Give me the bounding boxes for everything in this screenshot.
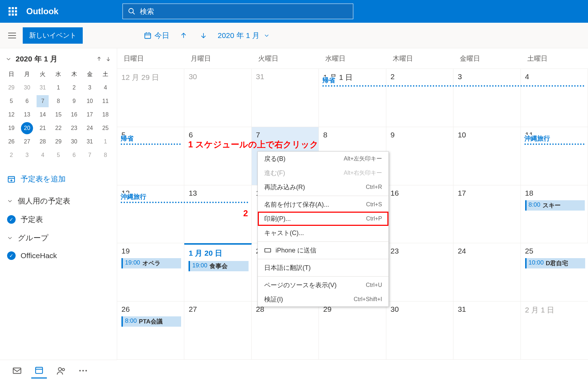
multiday-event[interactable]: 沖縄旅行	[121, 202, 248, 203]
day-cell[interactable]: 13	[184, 185, 251, 243]
mini-day-cell[interactable]: 31	[35, 81, 50, 94]
event-chip[interactable]: 19:00食事会	[189, 261, 248, 271]
mini-day-cell[interactable]: 3	[19, 148, 35, 162]
ctx-translate[interactable]: 日本語に翻訳(T)	[258, 261, 388, 275]
ctx-inspect[interactable]: 検証(I)Ctrl+Shift+I	[258, 292, 388, 306]
mail-button[interactable]	[9, 363, 25, 379]
day-cell[interactable]: 24	[453, 243, 521, 301]
mini-cal-prev-button[interactable]	[96, 56, 102, 62]
mini-day-cell[interactable]: 8	[50, 94, 66, 108]
day-cell[interactable]: 1 月 20 日19:00食事会	[184, 243, 251, 301]
more-button[interactable]	[75, 363, 91, 379]
day-cell[interactable]: 17	[453, 185, 521, 243]
multiday-event[interactable]: 沖縄旅行	[524, 143, 584, 145]
ctx-save-as[interactable]: 名前を付けて保存(A)...Ctrl+S	[258, 197, 388, 212]
next-period-button[interactable]	[194, 30, 213, 41]
mini-day-cell[interactable]: 4	[98, 81, 113, 94]
mini-day-cell[interactable]: 8	[98, 148, 113, 162]
mini-day-cell[interactable]: 19	[4, 121, 19, 135]
mini-day-cell[interactable]: 17	[82, 108, 98, 121]
day-cell[interactable]: 30	[386, 301, 453, 359]
mini-day-cell[interactable]: 1	[50, 81, 66, 94]
day-cell[interactable]: 2 月 1 日	[521, 301, 588, 359]
day-cell[interactable]: 2	[386, 69, 453, 127]
section-personal[interactable]: 個人用の予定表	[0, 191, 117, 211]
mini-day-cell[interactable]: 3	[82, 81, 98, 94]
day-cell[interactable]: 23	[386, 243, 453, 301]
mini-day-cell[interactable]: 31	[82, 135, 98, 148]
search-input[interactable]	[140, 7, 348, 16]
ctx-reload[interactable]: 再読み込み(R)Ctrl+R	[258, 180, 388, 194]
add-calendar-button[interactable]: 予定表を追加	[0, 164, 117, 191]
mini-day-cell[interactable]: 16	[66, 108, 82, 121]
mini-day-cell[interactable]: 22	[50, 121, 66, 135]
day-cell[interactable]: 6	[184, 127, 251, 185]
mini-day-cell[interactable]: 12	[4, 108, 19, 121]
mini-day-cell[interactable]: 25	[98, 121, 113, 135]
mini-day-cell[interactable]: 7	[82, 148, 98, 162]
mini-day-cell[interactable]: 18	[98, 108, 113, 121]
prev-period-button[interactable]	[174, 30, 194, 41]
multiday-event[interactable]: 帰省	[121, 143, 181, 145]
mini-day-cell[interactable]: 9	[66, 94, 82, 108]
month-picker[interactable]: 2020 年 1 月	[213, 28, 274, 43]
mini-day-cell[interactable]: 30	[19, 81, 35, 94]
new-event-button[interactable]: 新しいイベント	[23, 27, 83, 44]
mini-day-cell[interactable]: 2	[4, 148, 19, 162]
ctx-send-iphone[interactable]: iPhone に送信	[258, 243, 388, 257]
mini-day-cell[interactable]: 20	[19, 121, 35, 135]
mini-day-cell[interactable]: 24	[82, 121, 98, 135]
mini-day-cell[interactable]: 11	[98, 94, 113, 108]
event-chip[interactable]: 8:00PTA会議	[121, 316, 181, 327]
day-cell[interactable]: 28	[252, 301, 319, 359]
day-cell[interactable]: 3	[453, 69, 521, 127]
calendar-item-group[interactable]: ✓ OfficeHack	[0, 248, 117, 263]
mini-day-cell[interactable]: 30	[66, 135, 82, 148]
multiday-event[interactable]: 帰省	[322, 85, 584, 87]
mini-day-cell[interactable]: 27	[19, 135, 35, 148]
ctx-view-source[interactable]: ページのソースを表示(V)Ctrl+U	[258, 278, 388, 292]
mini-day-cell[interactable]: 29	[4, 81, 19, 94]
ctx-back[interactable]: 戻る(B)Alt+左矢印キー	[258, 152, 388, 166]
mini-day-cell[interactable]: 2	[66, 81, 82, 94]
nav-toggle-button[interactable]	[4, 28, 20, 43]
event-chip[interactable]: 8:00スキー	[525, 200, 585, 211]
mini-day-cell[interactable]: 21	[35, 121, 50, 135]
day-cell[interactable]: 27	[184, 301, 251, 359]
mini-day-cell[interactable]: 13	[19, 108, 35, 121]
mini-day-cell[interactable]: 28	[35, 135, 50, 148]
day-cell[interactable]: 10	[453, 127, 521, 185]
mini-day-cell[interactable]: 26	[4, 135, 19, 148]
ctx-cast[interactable]: キャスト(C)...	[258, 226, 388, 240]
people-button[interactable]	[53, 363, 69, 379]
calendar-button[interactable]	[31, 363, 47, 379]
mini-day-cell[interactable]: 5	[4, 94, 19, 108]
app-launcher-button[interactable]	[6, 4, 20, 18]
day-cell[interactable]: 29	[319, 301, 386, 359]
calendar-item-default[interactable]: ✓ 予定表	[0, 211, 117, 228]
day-cell[interactable]: 188:00スキー	[521, 185, 588, 243]
day-cell[interactable]: 31	[453, 301, 521, 359]
event-chip[interactable]: 19:00オペラ	[121, 258, 181, 268]
mini-day-cell[interactable]: 15	[50, 108, 66, 121]
mini-cal-collapse-button[interactable]	[6, 56, 16, 62]
day-cell[interactable]: 31	[252, 69, 319, 127]
day-cell[interactable]: 16	[386, 185, 453, 243]
day-cell[interactable]: 268:00PTA会議	[117, 301, 184, 359]
day-cell[interactable]: 12 月 29 日	[117, 69, 184, 127]
event-chip[interactable]: 10:00D君自宅	[525, 258, 585, 268]
mini-day-cell[interactable]: 5	[50, 148, 66, 162]
mini-day-cell[interactable]: 7	[35, 94, 50, 108]
day-cell[interactable]: 9	[386, 127, 453, 185]
mini-day-cell[interactable]: 6	[19, 94, 35, 108]
day-cell[interactable]: 2510:00D君自宅	[521, 243, 588, 301]
ctx-print[interactable]: 印刷(P)...Ctrl+P	[258, 212, 388, 226]
mini-day-cell[interactable]: 10	[82, 94, 98, 108]
mini-cal-next-button[interactable]	[105, 56, 111, 62]
mini-day-cell[interactable]: 14	[35, 108, 50, 121]
day-cell[interactable]: 1919:00オペラ	[117, 243, 184, 301]
today-button[interactable]: 今日	[140, 28, 174, 43]
mini-day-cell[interactable]: 4	[35, 148, 50, 162]
search-box[interactable]	[123, 4, 353, 19]
mini-day-cell[interactable]: 1	[98, 135, 113, 148]
